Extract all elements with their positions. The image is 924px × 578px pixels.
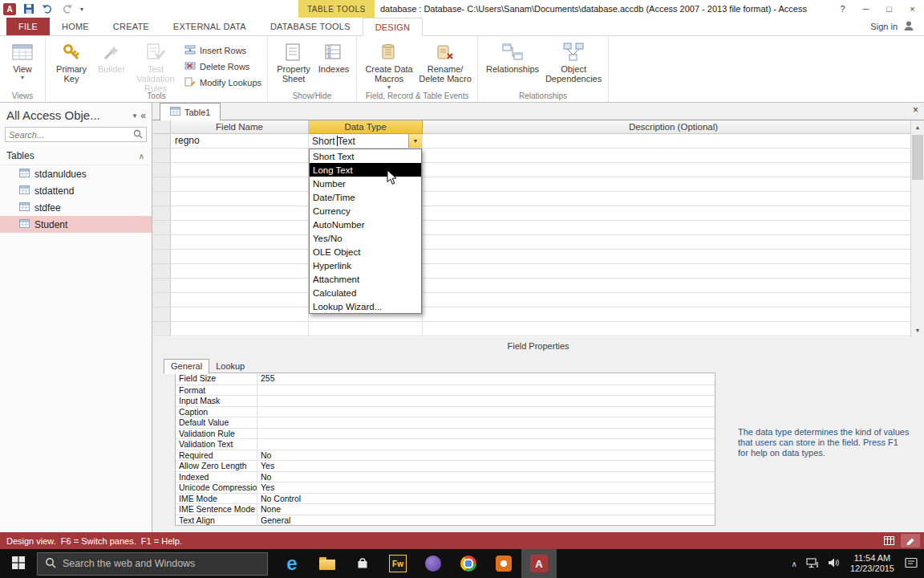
property-row[interactable]: IME Sentence Mode None: [176, 503, 715, 515]
field-name-cell[interactable]: regno: [171, 134, 309, 149]
property-value[interactable]: None: [257, 504, 715, 515]
property-row[interactable]: Caption: [176, 406, 715, 417]
column-header-description[interactable]: Description (Optional): [423, 120, 924, 134]
nav-table-item[interactable]: Student: [0, 216, 152, 233]
property-row[interactable]: Allow Zero Length Yes: [176, 460, 715, 471]
undo-icon[interactable]: [42, 2, 54, 15]
access-taskbar-icon[interactable]: A: [521, 549, 557, 578]
data-type-option[interactable]: Attachment: [310, 272, 421, 286]
data-type-option[interactable]: Short Text: [310, 149, 421, 163]
chrome-app-icon[interactable]: [451, 549, 486, 578]
property-value[interactable]: [257, 417, 715, 428]
ribbon-tab[interactable]: DATABASE TOOLS: [258, 18, 363, 35]
property-row[interactable]: Text Align General: [176, 515, 715, 526]
property-value[interactable]: Yes: [257, 482, 715, 493]
insert-rows-button[interactable]: Insert Rows: [184, 44, 261, 56]
scroll-up-icon[interactable]: ▲: [911, 120, 924, 134]
data-type-dropdown-button[interactable]: ▼: [408, 134, 422, 148]
store-app-icon[interactable]: [345, 549, 380, 578]
redo-icon[interactable]: [61, 2, 73, 15]
nav-table-item[interactable]: stdanuldues: [0, 165, 152, 182]
indexes-button[interactable]: 123 Indexes: [315, 38, 352, 74]
property-value[interactable]: [257, 429, 715, 439]
edge-app-icon[interactable]: e: [274, 549, 310, 578]
empty-grid-row[interactable]: [152, 250, 924, 264]
save-icon[interactable]: [23, 2, 34, 15]
property-row[interactable]: Format: [176, 385, 715, 396]
nav-pane-menu-icon[interactable]: ▾: [133, 112, 137, 120]
property-row[interactable]: Default Value: [176, 417, 715, 428]
primary-key-button[interactable]: Primary Key: [50, 38, 93, 83]
empty-grid-row[interactable]: [152, 177, 924, 192]
modify-lookups-button[interactable]: Modify Lookups: [184, 76, 261, 88]
data-type-option[interactable]: Yes/No: [310, 231, 421, 245]
property-value[interactable]: No: [257, 472, 715, 482]
ribbon-tab[interactable]: FILE: [6, 18, 50, 35]
ribbon-tab[interactable]: EXTERNAL DATA: [161, 18, 258, 35]
nav-pane-header[interactable]: All Access Obje... ▾ «: [0, 103, 152, 125]
empty-grid-row[interactable]: [152, 264, 924, 279]
property-sheet-button[interactable]: Property Sheet: [272, 38, 315, 83]
description-cell[interactable]: [423, 134, 924, 149]
data-type-option[interactable]: Lookup Wizard...: [310, 299, 421, 313]
restore-icon[interactable]: □: [877, 0, 901, 18]
property-row[interactable]: Required No: [176, 450, 715, 461]
customize-qat-icon[interactable]: ▾: [80, 2, 83, 15]
app-icon-orange[interactable]: [486, 549, 521, 578]
property-row[interactable]: Validation Text: [176, 438, 715, 450]
empty-grid-row[interactable]: [152, 293, 924, 307]
empty-grid-row[interactable]: [152, 221, 924, 235]
datasheet-view-icon[interactable]: [879, 534, 898, 547]
design-view-icon[interactable]: [901, 534, 920, 547]
relationships-button[interactable]: Relationships: [482, 38, 543, 74]
view-button[interactable]: View ▾: [4, 38, 41, 81]
shutter-bar-icon[interactable]: «: [140, 110, 146, 121]
property-value[interactable]: No Control: [257, 494, 715, 504]
ribbon-tab[interactable]: DESIGN: [363, 18, 423, 36]
empty-grid-row[interactable]: [152, 235, 924, 250]
minimize-icon[interactable]: ─: [854, 0, 877, 18]
nav-search-box[interactable]: [5, 127, 147, 142]
file-explorer-icon[interactable]: [310, 549, 345, 578]
notification-center-icon[interactable]: [905, 557, 918, 570]
data-type-option[interactable]: Long Text: [310, 163, 421, 177]
app-icon-purple[interactable]: [415, 549, 451, 578]
property-row[interactable]: Validation Rule: [176, 428, 715, 439]
fireworks-app-icon[interactable]: Fw: [380, 549, 415, 578]
column-header-field-name[interactable]: Field Name: [171, 120, 309, 134]
builder-button[interactable]: Builder: [93, 38, 130, 74]
create-data-macros-button[interactable]: Create Data Macros ▾: [361, 38, 417, 91]
row-selector[interactable]: [152, 134, 171, 149]
close-icon[interactable]: ×: [901, 0, 924, 18]
empty-grid-row[interactable]: [152, 149, 924, 163]
property-value[interactable]: [257, 385, 715, 396]
test-validation-rules-button[interactable]: Test Validation Rules: [130, 38, 181, 93]
data-type-option[interactable]: Hyperlink: [310, 258, 421, 272]
delete-rows-button[interactable]: Delete Rows: [184, 60, 261, 72]
empty-grid-row[interactable]: [152, 307, 924, 322]
property-row[interactable]: Field Size 255: [176, 373, 715, 385]
empty-grid-row[interactable]: [152, 322, 924, 336]
document-tab-table1[interactable]: Table1: [160, 103, 221, 120]
column-header-data-type[interactable]: Data Type: [309, 120, 423, 134]
property-row[interactable]: IME Mode No Control: [176, 493, 715, 504]
vertical-scrollbar[interactable]: ▲ ▼: [910, 120, 924, 337]
tray-chevron-icon[interactable]: ∧: [792, 560, 797, 568]
empty-grid-row[interactable]: [152, 279, 924, 293]
property-row[interactable]: Unicode Compression Yes: [176, 482, 715, 493]
property-value[interactable]: 255: [257, 373, 715, 385]
ribbon-tab[interactable]: HOME: [50, 18, 101, 35]
field-properties-tab[interactable]: General: [164, 359, 209, 374]
collapse-section-icon[interactable]: ∧: [139, 152, 144, 161]
data-type-option[interactable]: Currency: [310, 204, 421, 218]
property-value[interactable]: [257, 407, 715, 417]
taskbar-search-box[interactable]: [37, 552, 268, 576]
sign-in[interactable]: Sign in: [870, 18, 924, 35]
taskbar-clock[interactable]: 11:54 AM 12/23/2015: [849, 553, 896, 574]
object-dependencies-button[interactable]: Object Dependencies: [543, 38, 604, 83]
property-value[interactable]: General: [257, 515, 715, 526]
ribbon-tab[interactable]: CREATE: [101, 18, 161, 35]
property-value[interactable]: [257, 439, 715, 450]
rename-delete-macro-button[interactable]: Rename/ Delete Macro: [417, 38, 473, 83]
nav-search-input[interactable]: [9, 130, 130, 140]
